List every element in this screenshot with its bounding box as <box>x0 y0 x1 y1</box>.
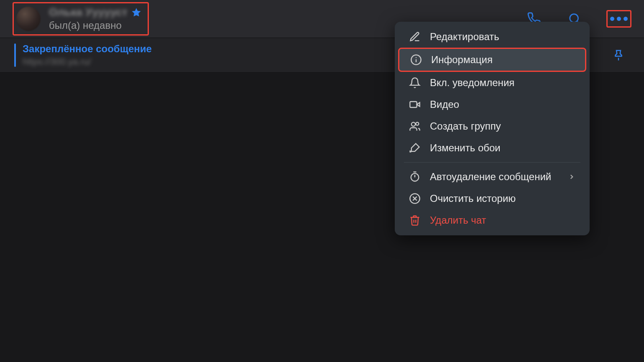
menu-item-edit[interactable]: Редактировать <box>398 26 586 48</box>
more-button[interactable] <box>606 10 631 28</box>
pin-icon[interactable] <box>612 49 625 61</box>
dot-icon <box>624 17 628 21</box>
svg-point-0 <box>570 14 578 23</box>
pinned-title: Закреплённое сообщение <box>23 43 152 55</box>
brush-icon <box>409 142 421 154</box>
menu-item-label: Редактировать <box>430 31 575 43</box>
profile-text: Олька Уууууст был(а) недавно <box>49 6 142 32</box>
trash-icon <box>409 214 421 226</box>
dot-icon <box>610 17 614 21</box>
group-icon <box>409 120 421 132</box>
menu-item-create-group[interactable]: Создать группу <box>398 115 586 137</box>
star-icon <box>131 7 142 18</box>
menu-item-label: Информация <box>431 54 574 66</box>
menu-item-auto-delete[interactable]: Автоудаление сообщений <box>398 166 586 188</box>
dot-icon <box>617 17 621 21</box>
svg-point-8 <box>411 173 419 181</box>
svg-point-7 <box>416 122 419 125</box>
video-icon <box>409 99 421 110</box>
menu-item-change-wallpaper[interactable]: Изменить обои <box>398 137 586 159</box>
avatar[interactable] <box>16 7 41 31</box>
pencil-square-icon <box>409 31 421 43</box>
profile-block[interactable]: Олька Уууууст был(а) недавно <box>13 2 149 36</box>
menu-item-notifications[interactable]: Вкл. уведомления <box>398 72 586 94</box>
profile-status: был(а) недавно <box>49 20 142 32</box>
menu-divider <box>404 162 580 163</box>
menu-item-video[interactable]: Видео <box>398 94 586 115</box>
profile-name: Олька Уууууст <box>49 6 128 19</box>
menu-item-delete-chat[interactable]: Удалить чат <box>398 209 586 231</box>
menu-item-label: Создать группу <box>430 120 575 132</box>
svg-point-4 <box>416 57 417 58</box>
menu-item-label: Вкл. уведомления <box>430 77 575 89</box>
menu-item-label: Автоудаление сообщений <box>430 171 559 183</box>
pinned-subtitle: https://300.ya.ru/ <box>23 56 152 68</box>
menu-item-label: Видео <box>430 99 575 110</box>
menu-item-info[interactable]: Информация <box>398 48 586 72</box>
context-menu: Редактировать Информация Вкл. уведомлени… <box>395 22 590 235</box>
chevron-right-icon <box>568 173 575 181</box>
bell-icon <box>409 77 421 89</box>
menu-item-label: Очистить историю <box>430 193 575 204</box>
pinned-stripe <box>14 43 16 67</box>
clear-icon <box>409 193 421 204</box>
info-icon <box>410 54 422 66</box>
svg-rect-5 <box>410 102 417 107</box>
svg-point-6 <box>411 122 415 126</box>
menu-item-label: Изменить обои <box>430 142 575 154</box>
menu-item-clear-history[interactable]: Очистить историю <box>398 188 586 209</box>
timer-icon <box>409 171 421 183</box>
menu-item-label: Удалить чат <box>430 214 575 226</box>
